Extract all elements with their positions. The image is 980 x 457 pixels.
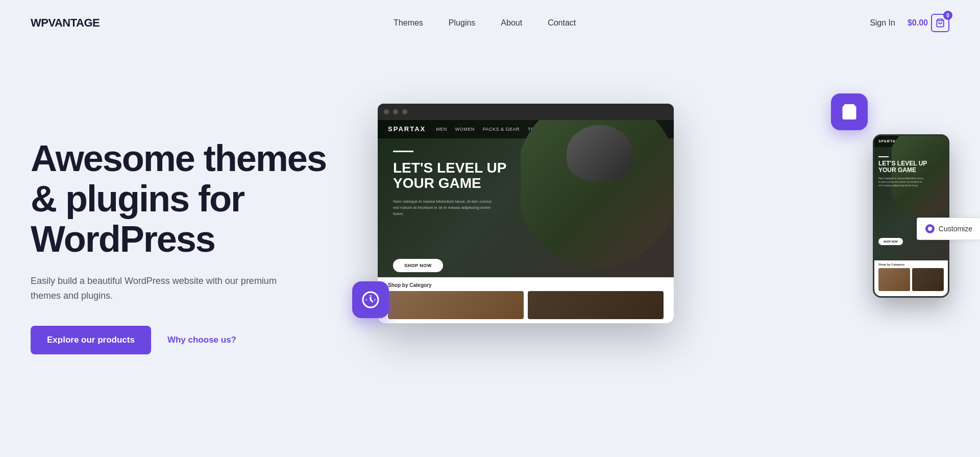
category-img-1: [388, 291, 524, 319]
browser-site-logo: SPARTAX: [388, 125, 426, 133]
overlay-headline: LET'S LEVEL UP YOUR GAME: [393, 160, 506, 192]
mobile-cat-img-2: [912, 268, 944, 291]
why-choose-us-link[interactable]: Why choose us?: [167, 335, 236, 345]
mobile-headline: LET'S LEVEL UP YOUR GAME: [878, 160, 927, 174]
customize-dot-icon: [925, 224, 935, 233]
cart-icon: [936, 18, 945, 28]
browser-nav-packs: PACKS & GEAR: [483, 127, 520, 132]
mobile-shop-cat: Shop by Category: [874, 260, 948, 296]
browser-dot-green: [402, 109, 407, 114]
line-accent: [393, 151, 413, 152]
floating-cart-icon: [831, 93, 868, 130]
explore-products-button[interactable]: Explore our products: [31, 326, 151, 354]
mobile-body: Nam natoque in massa bibendum lacus, et …: [878, 177, 924, 187]
nav-contact[interactable]: Contact: [548, 18, 576, 27]
mobile-shop-btn: SHOP NOW: [878, 238, 903, 245]
customize-button[interactable]: Customize: [917, 218, 980, 240]
cart-button[interactable]: $0.00 0: [908, 14, 949, 32]
brand-logo[interactable]: WPVANTAGE: [31, 16, 100, 30]
overlay-body: Nam natoque in massa bibendum lacus, et …: [393, 199, 495, 217]
hero-subtitle: Easily build a beautiful WordPress websi…: [31, 274, 286, 303]
nav-links: Themes Plugins About Contact: [394, 18, 576, 28]
floating-speed-icon: [352, 281, 389, 318]
mobile-content: SPARTAX LET'S LEVEL UP YOUR GAME Nam nat…: [874, 136, 948, 296]
cart-badge: 0: [943, 11, 952, 20]
mobile-line-accent: [878, 156, 889, 157]
mobile-hero-text: LET'S LEVEL UP YOUR GAME Nam natoque in …: [878, 156, 927, 187]
hero-right: SPARTAX MEN WOMEN PACKS & GEAR TOP DEALS…: [347, 93, 949, 400]
mobile-cat-images: [878, 268, 944, 291]
browser-content: SPARTAX MEN WOMEN PACKS & GEAR TOP DEALS…: [378, 120, 674, 323]
mobile-cat-img-1: [878, 268, 910, 291]
hero-text-overlay: LET'S LEVEL UP YOUR GAME Nam natoque in …: [393, 151, 506, 218]
hero-section: Awesome themes & plugins for WordPress E…: [0, 46, 980, 457]
mobile-category-label: Shop by Category: [878, 263, 944, 266]
hero-title: Awesome themes & plugins for WordPress: [31, 138, 347, 260]
browser-mockup: SPARTAX MEN WOMEN PACKS & GEAR TOP DEALS…: [378, 104, 674, 323]
browser-dot-yellow: [393, 109, 398, 114]
helmet-shape: [567, 125, 633, 181]
cart-float-svg: [840, 103, 859, 121]
hero-left: Awesome themes & plugins for WordPress E…: [31, 138, 347, 354]
sign-in-link[interactable]: Sign In: [870, 18, 895, 28]
browser-bar: [378, 104, 674, 120]
nav-themes[interactable]: Themes: [394, 18, 423, 27]
nav-about[interactable]: About: [501, 18, 522, 27]
mobile-mockup: SPARTAX LET'S LEVEL UP YOUR GAME Nam nat…: [873, 134, 949, 298]
browser-dot-red: [384, 109, 389, 114]
nav-plugins[interactable]: Plugins: [449, 18, 475, 27]
customize-label: Customize: [939, 225, 972, 233]
shop-by-category: Shop by Category: [378, 277, 674, 323]
nav-right: Sign In $0.00 0: [870, 14, 949, 32]
cart-icon-wrapper: 0: [931, 14, 949, 32]
shop-now-btn: SHOP NOW: [393, 259, 443, 272]
hero-buttons: Explore our products Why choose us?: [31, 326, 347, 354]
browser-nav-women: WOMEN: [455, 127, 475, 132]
browser-nav-men: MEN: [436, 127, 447, 132]
category-img-2: [528, 291, 664, 319]
navigation: WPVANTAGE Themes Plugins About Contact S…: [0, 0, 980, 46]
category-label: Shop by Category: [388, 282, 664, 288]
gauge-icon: [361, 291, 380, 309]
cart-price: $0.00: [908, 18, 928, 28]
category-images: [388, 291, 664, 319]
